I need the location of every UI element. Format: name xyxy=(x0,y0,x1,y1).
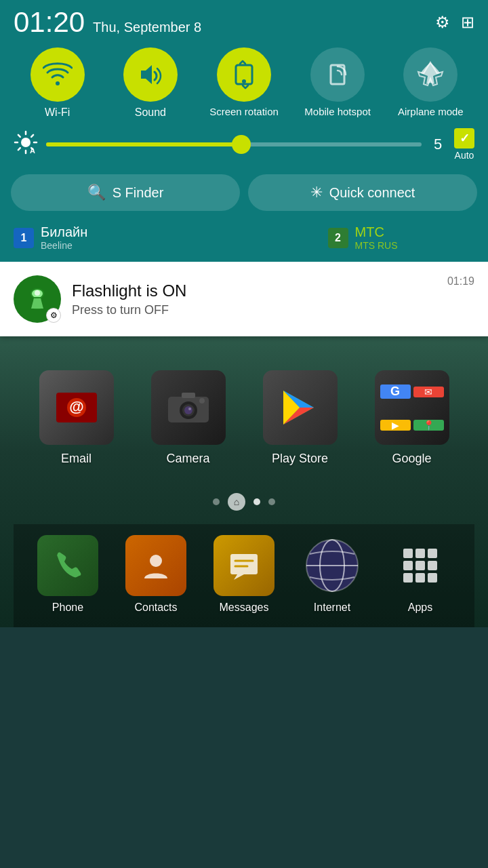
page-dot-home[interactable]: ⌂ xyxy=(228,493,245,511)
dock-contacts[interactable]: Contacts xyxy=(115,535,197,614)
page-dot-1 xyxy=(213,498,220,505)
email-icon: @ xyxy=(39,370,114,445)
notification-subtitle: Press to turn OFF xyxy=(72,303,436,317)
toggle-hotspot[interactable]: Mobile hotspot xyxy=(304,47,371,119)
quick-connect-button[interactable]: ✳ Quick connect xyxy=(248,174,477,211)
toggle-sound[interactable]: Sound xyxy=(117,47,184,119)
toggle-wifi[interactable]: Wi-Fi xyxy=(24,47,92,119)
sim1-badge: 1 xyxy=(14,228,34,248)
apps-icon xyxy=(390,535,451,596)
sound-toggle-circle xyxy=(123,47,178,102)
hotspot-toggle-circle xyxy=(310,47,365,102)
dock-internet[interactable]: Internet xyxy=(291,535,373,614)
notification-time: 01:19 xyxy=(447,275,474,288)
brightness-value: 5 xyxy=(430,136,446,153)
dock: Phone Contacts xyxy=(14,524,474,627)
sim1-name: Билайн xyxy=(41,224,87,240)
brightness-icon: A xyxy=(14,130,38,159)
auto-brightness[interactable]: ✓ Auto xyxy=(454,128,474,161)
playstore-label: Play Store xyxy=(272,452,328,466)
brightness-slider[interactable] xyxy=(46,142,422,146)
email-label: Email xyxy=(61,452,92,466)
airplane-label: Airplane mode xyxy=(398,106,464,118)
sim2-badge: 2 xyxy=(328,228,348,248)
root: 01:20 Thu, September 8 ⚙ ⊞ Wi-F xyxy=(0,0,488,627)
grid-icon[interactable]: ⊞ xyxy=(461,13,474,32)
svg-point-25 xyxy=(199,398,205,403)
notification-content: Flashlight is ON Press to turn OFF xyxy=(72,281,436,317)
app-grid: @ Email Camera xyxy=(14,357,474,479)
page-dot-3 xyxy=(268,498,275,505)
page-dots: ⌂ xyxy=(14,479,474,524)
sim1-item: 1 Билайн Beeline xyxy=(14,224,237,251)
svg-rect-27 xyxy=(230,554,258,574)
quick-toggles: Wi-Fi Sound xyxy=(0,42,488,121)
flashlight-icon-wrapper: ⚙ xyxy=(14,275,61,323)
search-buttons-row: 🔍 S Finder ✳ Quick connect xyxy=(0,167,488,218)
messages-label: Messages xyxy=(220,601,269,614)
messages-icon xyxy=(214,535,274,596)
app-google[interactable]: G ✉ ▶ 📍 Google xyxy=(363,370,461,466)
camera-label: Camera xyxy=(166,452,209,466)
brightness-thumb xyxy=(232,135,251,154)
rotation-toggle-circle xyxy=(217,47,271,102)
camera-icon xyxy=(151,370,226,445)
notification-panel: 01:20 Thu, September 8 ⚙ ⊞ Wi-F xyxy=(0,0,488,262)
sim1-carrier: Beeline xyxy=(41,240,87,251)
quick-connect-icon: ✳ xyxy=(310,184,323,201)
toggle-airplane[interactable]: Airplane mode xyxy=(396,47,464,119)
svg-text:@: @ xyxy=(69,398,83,415)
auto-label: Auto xyxy=(455,150,474,161)
sim-bar: 1 Билайн Beeline 2 МТС MTS RUS xyxy=(0,218,488,262)
sim2-name: МТС xyxy=(355,224,398,240)
notification-title: Flashlight is ON xyxy=(72,281,436,300)
status-icons-group: ⚙ ⊞ xyxy=(435,13,474,32)
time-date-group: 01:20 Thu, September 8 xyxy=(14,8,201,37)
playstore-icon xyxy=(263,370,338,445)
settings-small-icon: ⚙ xyxy=(46,308,61,323)
svg-point-26 xyxy=(150,555,162,567)
app-playstore[interactable]: Play Store xyxy=(251,370,349,466)
quick-connect-label: Quick connect xyxy=(329,185,415,201)
phone-icon xyxy=(37,535,98,596)
app-camera[interactable]: Camera xyxy=(139,370,237,466)
dock-messages[interactable]: Messages xyxy=(203,535,285,614)
app-email[interactable]: @ Email xyxy=(27,370,125,466)
google-label: Google xyxy=(392,452,431,466)
s-finder-button[interactable]: 🔍 S Finder xyxy=(11,174,240,211)
settings-icon[interactable]: ⚙ xyxy=(435,13,450,32)
svg-point-23 xyxy=(184,406,192,414)
date-display: Thu, September 8 xyxy=(93,20,201,35)
sim1-info: Билайн Beeline xyxy=(41,224,87,251)
phone-label: Phone xyxy=(52,601,83,614)
toggle-rotation[interactable]: Screen rotation xyxy=(209,47,279,119)
dock-apps[interactable]: Apps xyxy=(380,535,461,614)
wifi-toggle-circle xyxy=(30,47,85,102)
sim2-item: 2 МТС MTS RUS xyxy=(251,224,474,251)
svg-point-3 xyxy=(21,138,30,147)
notification-card[interactable]: ⚙ Flashlight is ON Press to turn OFF 01:… xyxy=(0,262,488,336)
contacts-label: Contacts xyxy=(134,601,177,614)
svg-point-24 xyxy=(188,408,191,410)
hotspot-label: Mobile hotspot xyxy=(304,106,371,118)
brightness-fill xyxy=(46,142,241,146)
svg-point-15 xyxy=(35,290,40,296)
wifi-label: Wi-Fi xyxy=(45,106,70,119)
sim2-info: МТС MTS RUS xyxy=(355,224,398,251)
search-icon: 🔍 xyxy=(87,184,106,201)
svg-line-10 xyxy=(31,135,33,137)
svg-line-8 xyxy=(18,135,20,137)
apps-label: Apps xyxy=(408,601,432,614)
dock-phone[interactable]: Phone xyxy=(27,535,108,614)
sim2-carrier: MTS RUS xyxy=(355,240,398,251)
home-screen: @ Email Camera xyxy=(0,336,488,627)
airplane-toggle-circle xyxy=(403,47,458,102)
svg-rect-20 xyxy=(182,393,195,398)
svg-point-1 xyxy=(242,79,246,83)
contacts-icon xyxy=(125,535,186,596)
auto-checkbox-icon: ✓ xyxy=(454,128,474,149)
rotation-label: Screen rotation xyxy=(209,106,279,118)
s-finder-label: S Finder xyxy=(113,185,164,201)
svg-text:A: A xyxy=(30,146,35,155)
svg-line-11 xyxy=(18,148,20,150)
